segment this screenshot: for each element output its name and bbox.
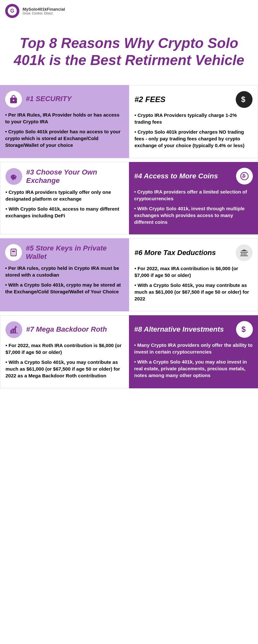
cell-exchange-header: #3 Choose Your Own Exchange: [5, 168, 124, 185]
svg-rect-4: [13, 175, 14, 175]
svg-point-17: [14, 254, 15, 255]
lock-icon: [5, 91, 22, 108]
cell-coins-title: #4 Access to More Coins: [134, 172, 218, 180]
cell-fees-header: #2 FEES $: [134, 91, 253, 108]
cell-deductions-body: • For 2022, max IRA contribution is $6,0…: [134, 265, 253, 302]
cell-deductions-title: #6 More Tax Deductions: [134, 249, 216, 257]
cell-security-header: #1 SECURITY: [5, 91, 124, 108]
cell-exchange: #3 Choose Your Own Exchange • Crypto IRA…: [0, 162, 129, 234]
dollar-light-icon: $: [236, 321, 253, 338]
cell-security-body: • Per IRA Rules, IRA Provider holds or h…: [5, 111, 124, 148]
logo-subtitle: Grow. Control. Direct.: [23, 12, 65, 15]
header: G MySolo401kFinancial Grow. Control. Dir…: [0, 0, 258, 22]
cell-wallet-header: #5 Store Keys in Private Wallet: [5, 244, 124, 261]
svg-line-6: [15, 178, 15, 179]
svg-text:$: $: [242, 325, 246, 334]
svg-point-14: [13, 253, 13, 253]
cell-fees: #2 FEES $ • Crypto IRA Providers typical…: [129, 85, 258, 158]
row-gap-1: [0, 158, 258, 162]
svg-rect-12: [11, 249, 16, 256]
svg-marker-22: [15, 326, 17, 327]
cell-deductions-header: #6 More Tax Deductions: [134, 244, 253, 261]
svg-text:$: $: [241, 95, 245, 104]
cell-backdoor: #7 Mega Backdoor Roth • For 2022, max Ro…: [0, 315, 129, 388]
cell-security-title: #1 SECURITY: [26, 95, 72, 103]
svg-point-3: [12, 176, 13, 176]
cell-fees-body: • Crypto IRA Providers typically charge …: [134, 112, 253, 149]
cell-exchange-title: #3 Choose Your Own Exchange: [26, 168, 124, 185]
cell-wallet-body: • Per IRA rules, crypto held in Crypto I…: [5, 265, 124, 295]
cell-alternative-title: #8 Alternative Investments: [134, 325, 224, 334]
cell-coins: #4 Access to More Coins • Crypto IRA pro…: [129, 162, 258, 234]
logo-letter: G: [10, 8, 14, 14]
cell-coins-header: #4 Access to More Coins: [134, 168, 253, 185]
cell-alternative-body: • Many Crypto IRA providers only offer t…: [134, 342, 253, 379]
cell-backdoor-header: #7 Mega Backdoor Roth: [5, 321, 124, 338]
logo-icon: G: [5, 4, 19, 18]
cell-backdoor-title: #7 Mega Backdoor Roth: [26, 325, 107, 334]
cell-coins-body: • Crypto IRA providers offer a limited s…: [134, 188, 253, 225]
svg-point-15: [14, 253, 15, 253]
svg-line-8: [13, 179, 14, 180]
cell-alternative: #8 Alternative Investments $ • Many Cryp…: [129, 315, 258, 388]
svg-rect-13: [12, 251, 15, 252]
cell-fees-title: #2 FEES: [134, 95, 165, 104]
svg-rect-10: [16, 176, 17, 177]
bitcoin-icon: [236, 168, 253, 185]
cell-wallet-title: #5 Store Keys in Private Wallet: [26, 244, 124, 261]
key-icon: [5, 244, 22, 261]
chart-icon: [5, 321, 22, 338]
cell-exchange-body: • Crypto IRA providers typically offer o…: [5, 189, 124, 219]
cell-wallet: #5 Store Keys in Private Wallet • Per IR…: [0, 238, 129, 311]
cell-backdoor-body: • For 2022, max Roth IRA contribution is…: [5, 342, 124, 379]
page-title: Top 8 Reasons Why Crypto Solo 401k is th…: [0, 22, 258, 85]
logo-text: MySolo401kFinancial Grow. Control. Direc…: [23, 7, 65, 15]
svg-line-7: [12, 179, 13, 180]
cell-alternative-header: #8 Alternative Investments $: [134, 321, 253, 338]
bank-icon: [236, 244, 253, 261]
cell-deductions: #6 More Tax Deductions • For 2022, max I…: [129, 238, 258, 311]
piggy-icon: [5, 168, 22, 185]
row-gap-2: [0, 234, 258, 238]
logo-title: MySolo401kFinancial: [23, 7, 65, 12]
row-gap-3: [0, 311, 258, 315]
svg-point-16: [13, 254, 13, 255]
svg-point-9: [15, 176, 15, 177]
dollar-dark-icon: $: [236, 91, 253, 108]
cell-security: #1 SECURITY • Per IRA Rules, IRA Provide…: [0, 85, 129, 158]
reasons-grid: #1 SECURITY • Per IRA Rules, IRA Provide…: [0, 85, 258, 388]
